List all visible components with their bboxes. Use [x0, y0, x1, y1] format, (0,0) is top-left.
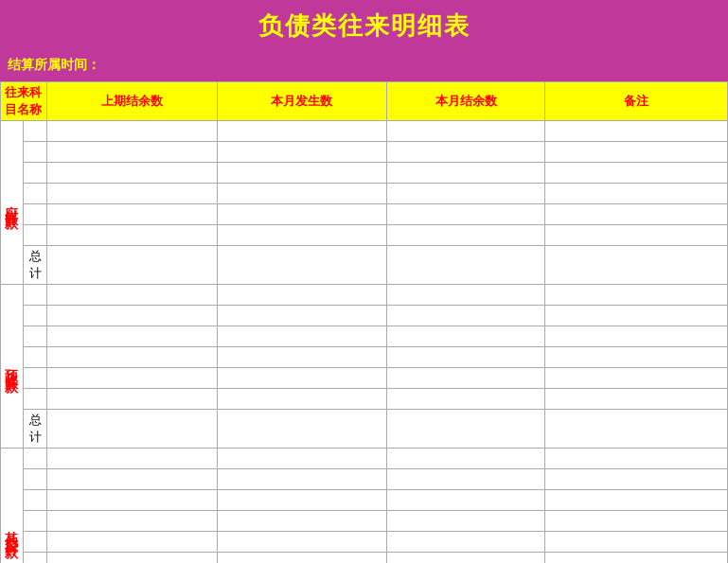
- name-cell[interactable]: [24, 225, 46, 246]
- last-balance-cell[interactable]: [46, 121, 217, 142]
- current-balance-cell[interactable]: [387, 368, 545, 389]
- last-balance-cell[interactable]: [46, 469, 217, 490]
- name-cell[interactable]: [24, 184, 46, 204]
- current-balance-cell[interactable]: [387, 225, 545, 246]
- current-balance-cell[interactable]: [387, 389, 545, 410]
- name-cell[interactable]: [24, 285, 46, 306]
- note-cell[interactable]: [545, 347, 728, 368]
- last-balance-cell[interactable]: [46, 142, 217, 163]
- current-occurred-cell[interactable]: [217, 121, 387, 142]
- note-cell[interactable]: [545, 121, 728, 142]
- note-cell[interactable]: [545, 532, 728, 553]
- note-cell[interactable]: [545, 469, 728, 490]
- current-balance-cell[interactable]: [387, 184, 545, 204]
- note-cell[interactable]: [545, 163, 728, 184]
- current-occurred-cell[interactable]: [217, 532, 387, 553]
- current-occurred-cell[interactable]: [217, 204, 387, 225]
- current-occurred-cell[interactable]: [217, 347, 387, 368]
- current-balance-cell[interactable]: [387, 326, 545, 347]
- name-cell[interactable]: [24, 511, 46, 532]
- name-cell[interactable]: [24, 347, 46, 368]
- header-note: 备注: [545, 82, 728, 121]
- current-balance-cell[interactable]: [387, 163, 545, 184]
- current-occurred-cell[interactable]: [217, 142, 387, 163]
- last-balance-cell[interactable]: [46, 553, 217, 564]
- current-occurred-cell[interactable]: [217, 469, 387, 490]
- note-cell[interactable]: [545, 225, 728, 246]
- name-cell[interactable]: [24, 389, 46, 410]
- current-occurred-cell[interactable]: [217, 553, 387, 564]
- current-occurred-cell[interactable]: [217, 184, 387, 204]
- last-balance-cell[interactable]: [46, 306, 217, 326]
- note-cell[interactable]: [545, 511, 728, 532]
- total-current-occurred[interactable]: [217, 410, 387, 449]
- current-occurred-cell[interactable]: [217, 449, 387, 469]
- last-balance-cell[interactable]: [46, 532, 217, 553]
- last-balance-cell[interactable]: [46, 204, 217, 225]
- last-balance-cell[interactable]: [46, 490, 217, 511]
- note-cell[interactable]: [545, 326, 728, 347]
- current-occurred-cell[interactable]: [217, 285, 387, 306]
- name-cell[interactable]: [24, 326, 46, 347]
- last-balance-cell[interactable]: [46, 285, 217, 306]
- note-cell[interactable]: [545, 553, 728, 564]
- name-cell[interactable]: [24, 553, 46, 564]
- current-balance-cell[interactable]: [387, 306, 545, 326]
- note-cell[interactable]: [545, 368, 728, 389]
- note-cell[interactable]: [545, 306, 728, 326]
- name-cell[interactable]: [24, 469, 46, 490]
- last-balance-cell[interactable]: [46, 389, 217, 410]
- current-balance-cell[interactable]: [387, 532, 545, 553]
- total-note: [545, 246, 728, 285]
- current-occurred-cell[interactable]: [217, 490, 387, 511]
- name-cell[interactable]: [24, 163, 46, 184]
- current-balance-cell[interactable]: [387, 553, 545, 564]
- current-occurred-cell[interactable]: [217, 368, 387, 389]
- last-balance-cell[interactable]: [46, 326, 217, 347]
- current-balance-cell[interactable]: [387, 204, 545, 225]
- current-occurred-cell[interactable]: [217, 511, 387, 532]
- note-cell[interactable]: [545, 142, 728, 163]
- current-balance-cell[interactable]: [387, 347, 545, 368]
- last-balance-cell[interactable]: [46, 511, 217, 532]
- current-balance-cell[interactable]: [387, 121, 545, 142]
- name-cell[interactable]: [24, 532, 46, 553]
- subtitle-text: 结算所属时间：: [8, 57, 100, 72]
- current-occurred-cell[interactable]: [217, 163, 387, 184]
- name-cell[interactable]: [24, 449, 46, 469]
- name-cell[interactable]: [24, 490, 46, 511]
- name-cell[interactable]: [24, 368, 46, 389]
- total-last-balance[interactable]: [46, 246, 217, 285]
- note-cell[interactable]: [545, 204, 728, 225]
- last-balance-cell[interactable]: [46, 347, 217, 368]
- current-occurred-cell[interactable]: [217, 389, 387, 410]
- note-cell[interactable]: [545, 449, 728, 469]
- name-cell[interactable]: [24, 306, 46, 326]
- last-balance-cell[interactable]: [46, 163, 217, 184]
- current-balance-cell[interactable]: [387, 511, 545, 532]
- last-balance-cell[interactable]: [46, 449, 217, 469]
- total-current-balance[interactable]: [387, 410, 545, 449]
- current-balance-cell[interactable]: [387, 449, 545, 469]
- current-occurred-cell[interactable]: [217, 306, 387, 326]
- total-last-balance[interactable]: [46, 410, 217, 449]
- total-current-occurred[interactable]: [217, 246, 387, 285]
- last-balance-cell[interactable]: [46, 184, 217, 204]
- current-occurred-cell[interactable]: [217, 225, 387, 246]
- note-cell[interactable]: [545, 184, 728, 204]
- current-occurred-cell[interactable]: [217, 326, 387, 347]
- table-row: [1, 553, 728, 564]
- last-balance-cell[interactable]: [46, 368, 217, 389]
- current-balance-cell[interactable]: [387, 285, 545, 306]
- last-balance-cell[interactable]: [46, 225, 217, 246]
- name-cell[interactable]: [24, 204, 46, 225]
- current-balance-cell[interactable]: [387, 490, 545, 511]
- current-balance-cell[interactable]: [387, 142, 545, 163]
- name-cell[interactable]: [24, 142, 46, 163]
- current-balance-cell[interactable]: [387, 469, 545, 490]
- note-cell[interactable]: [545, 285, 728, 306]
- note-cell[interactable]: [545, 490, 728, 511]
- total-current-balance[interactable]: [387, 246, 545, 285]
- note-cell[interactable]: [545, 389, 728, 410]
- name-cell[interactable]: [24, 121, 46, 142]
